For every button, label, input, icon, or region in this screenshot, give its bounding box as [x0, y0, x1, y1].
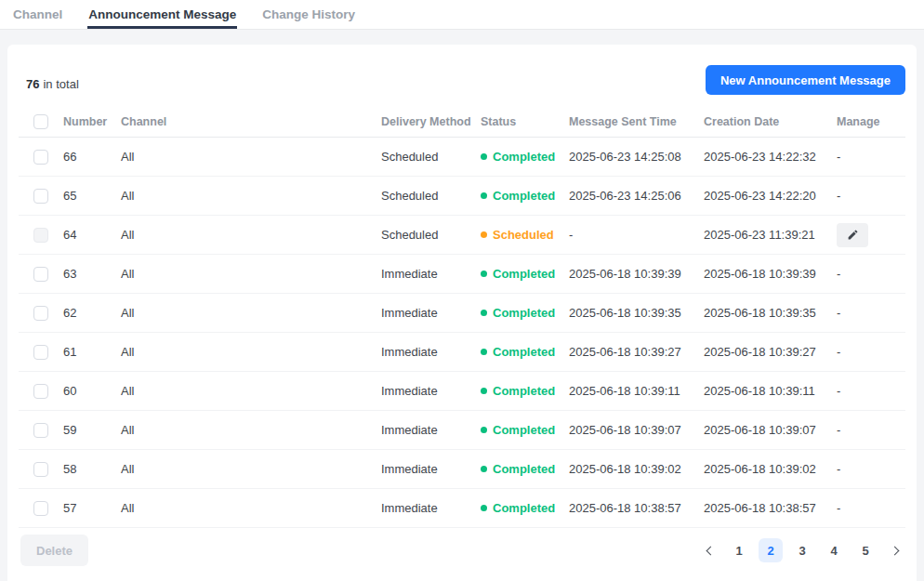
row-checkbox-cell: [19, 384, 63, 399]
status-cell: Completed: [481, 345, 569, 359]
chevron-left-icon: [706, 546, 715, 555]
row-checkbox-cell: [19, 150, 63, 165]
row-checkbox[interactable]: [33, 267, 48, 282]
table-row: 58 All Immediate Completed 2025-06-18 10…: [19, 450, 905, 489]
header-channel: Channel: [121, 115, 381, 128]
table-row: 57 All Immediate Completed 2025-06-18 10…: [19, 489, 905, 528]
row-checkbox-cell: [19, 501, 63, 516]
cell-number: 57: [63, 501, 121, 515]
table-row: 61 All Immediate Completed 2025-06-18 10…: [19, 333, 905, 372]
status-dot-icon: [481, 505, 487, 511]
tab-channel[interactable]: Channel: [0, 0, 75, 29]
row-checkbox[interactable]: [33, 189, 48, 204]
cell-channel: All: [121, 462, 381, 476]
cell-delivery-method: Immediate: [381, 423, 481, 437]
cell-message-sent-time: 2025-06-18 10:39:27: [569, 345, 704, 359]
cell-delivery-method: Immediate: [381, 462, 481, 476]
cell-creation-date: 2025-06-18 10:38:57: [704, 501, 837, 515]
table-row: 66 All Scheduled Completed 2025-06-23 14…: [19, 138, 905, 177]
cell-manage: -: [837, 345, 905, 359]
cell-number: 62: [63, 306, 121, 320]
status-cell: Completed: [481, 384, 569, 398]
manage-dash: -: [837, 306, 840, 320]
cell-manage: -: [837, 423, 905, 437]
cell-message-sent-time: -: [569, 228, 704, 242]
status-cell: Completed: [481, 189, 569, 203]
cell-number: 59: [63, 423, 121, 437]
header-number: Number: [63, 115, 121, 128]
row-checkbox[interactable]: [33, 345, 48, 360]
cell-creation-date: 2025-06-18 10:39:02: [704, 462, 837, 476]
cell-manage: [837, 223, 905, 247]
cell-message-sent-time: 2025-06-18 10:39:11: [569, 384, 704, 398]
row-checkbox[interactable]: [33, 501, 48, 516]
next-page-button[interactable]: [885, 538, 904, 562]
total-count-value: 76: [26, 77, 39, 91]
page-number-button[interactable]: 5: [853, 538, 878, 562]
row-checkbox[interactable]: [33, 228, 48, 243]
tab-bar: Channel Announcement Message Change Hist…: [0, 0, 924, 30]
status-cell: Completed: [481, 267, 569, 281]
header-delivery-method: Delivery Method: [381, 115, 481, 128]
tab-announcement-message[interactable]: Announcement Message: [75, 0, 249, 29]
status-cell: Completed: [481, 150, 569, 164]
row-checkbox[interactable]: [33, 423, 48, 438]
select-all-checkbox[interactable]: [33, 114, 48, 129]
table-footer: Delete 1 2 3 4 5: [19, 535, 905, 566]
prev-page-button[interactable]: [701, 538, 719, 562]
page-number-button[interactable]: 4: [822, 538, 846, 562]
cell-delivery-method: Immediate: [381, 267, 481, 281]
status-label: Completed: [493, 423, 555, 437]
row-checkbox[interactable]: [33, 306, 48, 321]
header-checkbox-cell: [19, 114, 63, 129]
row-checkbox-cell: [19, 423, 63, 438]
status-label: Completed: [493, 189, 555, 203]
cell-manage: -: [837, 267, 905, 281]
new-announcement-button[interactable]: New Announcement Message: [706, 65, 905, 95]
tab-change-history[interactable]: Change History: [249, 0, 368, 29]
cell-number: 58: [63, 462, 121, 476]
row-checkbox-cell: [19, 462, 63, 477]
status-label: Completed: [493, 384, 555, 398]
cell-manage: -: [837, 462, 905, 476]
cell-creation-date: 2025-06-23 11:39:21: [704, 228, 837, 242]
row-checkbox[interactable]: [33, 384, 48, 399]
cell-number: 63: [63, 267, 121, 281]
manage-dash: -: [837, 501, 840, 515]
cell-message-sent-time: 2025-06-18 10:39:39: [569, 267, 704, 281]
pencil-icon: [847, 229, 859, 241]
status-label: Completed: [493, 345, 555, 359]
delete-button[interactable]: Delete: [20, 535, 88, 566]
status-dot-icon: [481, 427, 487, 433]
status-dot-icon: [481, 192, 487, 199]
status-label: Completed: [493, 462, 555, 476]
row-checkbox[interactable]: [33, 462, 48, 477]
table-row: 65 All Scheduled Completed 2025-06-23 14…: [19, 177, 905, 216]
page-number-button[interactable]: 3: [790, 538, 814, 562]
row-checkbox-cell: [19, 306, 63, 321]
status-label: Completed: [493, 150, 555, 164]
cell-channel: All: [121, 150, 381, 164]
cell-delivery-method: Immediate: [381, 345, 481, 359]
toolbar: 76in total New Announcement Message: [19, 45, 905, 95]
page-list: 1 2 3 4 5: [727, 538, 878, 562]
row-checkbox-cell: [19, 189, 63, 204]
status-dot-icon: [481, 271, 487, 277]
cell-delivery-method: Scheduled: [381, 189, 481, 203]
status-dot-icon: [481, 466, 487, 472]
cell-creation-date: 2025-06-18 10:39:39: [704, 267, 837, 281]
table-row: 62 All Immediate Completed 2025-06-18 10…: [19, 294, 905, 333]
status-label: Scheduled: [493, 228, 554, 242]
page-number-button[interactable]: 2: [759, 538, 783, 562]
row-checkbox[interactable]: [33, 150, 48, 165]
page-number-button[interactable]: 1: [727, 538, 751, 562]
status-cell: Scheduled: [481, 228, 569, 242]
status-cell: Completed: [481, 501, 569, 515]
row-checkbox-cell: [19, 267, 63, 282]
table-header: Number Channel Delivery Method Status Me…: [19, 106, 905, 138]
cell-manage: -: [837, 189, 905, 203]
cell-number: 60: [63, 384, 121, 398]
status-cell: Completed: [481, 423, 569, 437]
table-row: 59 All Immediate Completed 2025-06-18 10…: [19, 411, 905, 450]
edit-button[interactable]: [837, 223, 868, 247]
